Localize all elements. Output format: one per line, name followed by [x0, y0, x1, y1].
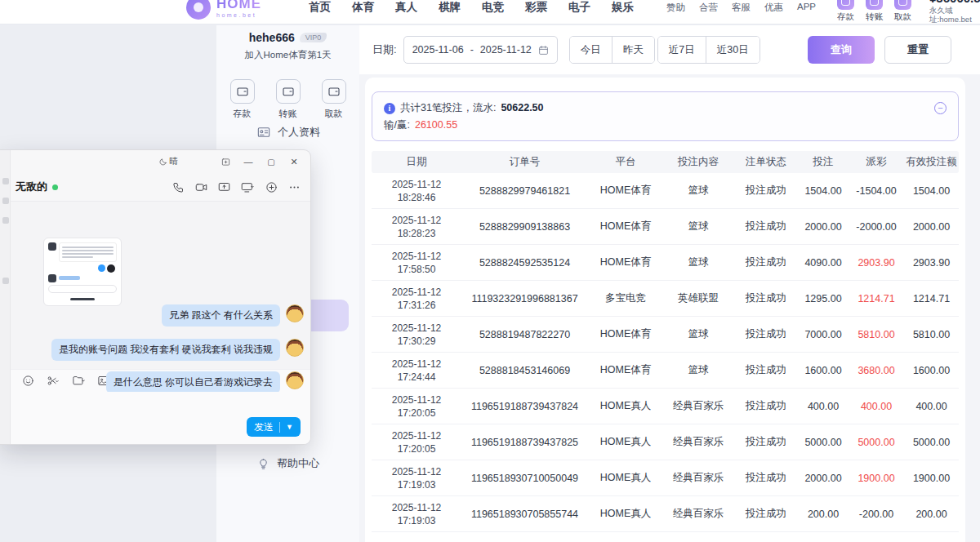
remote-desktop-icon[interactable] — [241, 181, 255, 193]
main-nav-item[interactable]: 电竞 — [482, 0, 504, 15]
cell-payout: 5000.00 — [848, 437, 905, 448]
wallet-action-button[interactable]: 取款 — [894, 0, 911, 23]
summary-total-text: 共计31笔投注，流水: — [400, 100, 496, 117]
main-nav-item[interactable]: 体育 — [352, 0, 374, 15]
sidebar-quick-actions: 存款 转账 取款 — [216, 79, 359, 120]
table-row: 2025-11-1217:31:26 1119323291996881367 多… — [372, 281, 959, 317]
add-circle-icon[interactable] — [265, 181, 278, 193]
secondary-nav-item[interactable]: 合营 — [699, 2, 718, 14]
thumb-input-bar — [48, 285, 117, 293]
cell-platform: HOME体育 — [588, 327, 663, 341]
more-options-icon[interactable] — [288, 181, 301, 193]
cell-bet-amount: 400.00 — [799, 401, 848, 412]
main-nav-item[interactable]: 棋牌 — [439, 0, 461, 15]
table-body: 2025-11-1218:28:46 5288829979461821 HOME… — [372, 173, 959, 532]
cell-order-number: 1119323291996881367 — [461, 293, 588, 304]
table-header-row: 日期订单号平台投注内容注单状态投注派彩有效投注额 — [372, 151, 959, 173]
table-row: 2025-11-1218:28:23 5288829909138863 HOME… — [372, 209, 959, 245]
cell-payout: 5810.00 — [848, 329, 905, 340]
logo-subtitle: home.bet — [216, 12, 261, 18]
quick-action-icon — [322, 79, 346, 104]
cell-order-number: 1196518930705855744 — [461, 509, 588, 520]
cell-status: 投注成功 — [733, 363, 799, 377]
emoji-icon[interactable] — [22, 375, 34, 387]
quick-range-button[interactable]: 近7日 — [658, 37, 706, 63]
quick-range-button[interactable]: 今日 — [570, 37, 612, 63]
cell-payout: -200.00 — [848, 509, 905, 520]
logo-title: HOME — [216, 0, 261, 11]
sidebar-quick-action[interactable]: 存款 — [230, 79, 255, 120]
cell-status: 投注成功 — [733, 471, 799, 485]
secondary-nav-item[interactable]: APP — [797, 2, 816, 14]
minimize-button[interactable]: — — [238, 153, 258, 170]
main-nav-item[interactable]: 真人 — [395, 0, 417, 15]
summary-winloss-value: 26100.55 — [415, 117, 457, 134]
collapse-summary-icon[interactable]: − — [934, 102, 947, 114]
tabs-icon[interactable] — [216, 153, 235, 170]
calendar-icon — [538, 45, 549, 56]
sidebar-quick-action[interactable]: 转账 — [276, 79, 301, 120]
wallet-action-button[interactable]: 转账 — [866, 0, 883, 23]
table-column-header: 注单状态 — [733, 155, 799, 169]
query-button[interactable]: 查询 — [808, 36, 875, 64]
quick-range-button[interactable]: 昨天 — [612, 37, 654, 63]
sidebar-quick-action[interactable]: 取款 — [322, 79, 346, 120]
cell-payout: 2903.90 — [848, 257, 905, 269]
send-button[interactable]: 发送 ▼ — [247, 417, 301, 437]
cell-bet-content: 篮球 — [663, 327, 733, 341]
chat-image-message[interactable] — [43, 238, 122, 306]
cell-date: 2025-11-1217:19:03 — [372, 501, 461, 527]
cell-date: 2025-11-1217:24:44 — [372, 358, 461, 384]
username: hehe666 — [249, 31, 295, 44]
send-dropdown-caret[interactable]: ▼ — [286, 423, 293, 431]
cell-valid-amount: 1900.00 — [905, 473, 958, 484]
logo-ball-icon — [186, 0, 211, 20]
screen-share-icon[interactable] — [218, 181, 230, 193]
sidebar-item-profile[interactable]: 个人资料 — [257, 125, 320, 140]
chat-input-area[interactable]: 发送 ▼ — [11, 392, 310, 444]
file-folder-icon[interactable] — [72, 375, 85, 387]
main-nav-item[interactable]: 娱乐 — [612, 0, 634, 15]
secondary-nav-item[interactable]: 客服 — [732, 2, 751, 14]
screenshot-scissors-icon[interactable] — [47, 375, 60, 387]
chat-titlebar: 晴 — ▢ ✕ — [11, 150, 310, 173]
cell-payout: 1900.00 — [848, 473, 905, 484]
wallet-action-button[interactable]: 存款 — [837, 0, 854, 23]
secondary-nav-item[interactable]: 赞助 — [666, 2, 685, 14]
maximize-button[interactable]: ▢ — [261, 153, 281, 170]
cell-platform: HOME体育 — [588, 220, 663, 233]
wallet-action-icon — [866, 0, 883, 10]
video-call-icon[interactable] — [195, 181, 207, 193]
main-nav-item[interactable]: 首页 — [309, 0, 331, 15]
main-nav-item[interactable]: 电子 — [568, 0, 590, 15]
table-row: 2025-11-1218:28:46 5288829979461821 HOME… — [372, 173, 959, 209]
chat-window: 晴 — ▢ ✕ 无敌的 — [0, 149, 311, 445]
sidebar-item-help[interactable]: 帮助中心 — [257, 456, 319, 471]
wallet-actions: 存款 转账 取款 — [837, 0, 911, 23]
table-row: 2025-11-1217:24:44 5288818453146069 HOME… — [372, 353, 959, 389]
id-card-icon — [257, 126, 270, 139]
cell-date: 2025-11-1218:28:46 — [372, 178, 461, 204]
cell-bet-content: 经典百家乐 — [663, 399, 733, 413]
site-logo[interactable]: HOME home.bet — [186, 0, 261, 20]
outgoing-message: 兄弟 跟这个 有什么关系 — [162, 304, 304, 327]
cell-bet-content: 篮球 — [663, 255, 733, 269]
cell-payout: -1504.00 — [848, 185, 905, 197]
quick-range-button[interactable]: 近30日 — [706, 37, 760, 63]
cell-bet-amount: 1295.00 — [799, 293, 848, 304]
thumb-text-bubble — [59, 242, 117, 262]
cell-date: 2025-11-1217:20:05 — [372, 429, 461, 455]
cell-valid-amount: 2000.00 — [905, 221, 958, 233]
main-nav-item[interactable]: 彩票 — [525, 0, 547, 15]
wallet-action-label: 存款 — [837, 11, 854, 23]
secondary-nav-item[interactable]: 优惠 — [764, 2, 783, 14]
close-button[interactable]: ✕ — [284, 153, 304, 170]
outgoing-message: 是我的账号问题 我没有套利 硬说我套利 说我违规 — [51, 339, 304, 361]
voice-call-icon[interactable] — [172, 181, 185, 193]
quick-action-label: 取款 — [325, 108, 343, 120]
date-range-input[interactable]: 2025-11-06 - 2025-11-12 — [403, 36, 558, 64]
reset-button[interactable]: 重置 — [884, 36, 951, 64]
thumb-blue-dot — [98, 264, 105, 272]
self-avatar — [286, 339, 304, 357]
cell-bet-content: 经典百家乐 — [663, 435, 733, 449]
